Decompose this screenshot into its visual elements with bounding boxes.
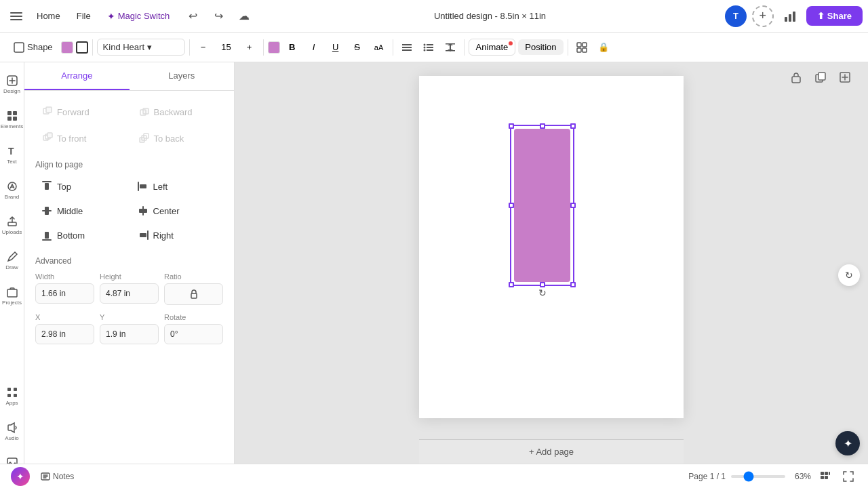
grid-overlay-btn[interactable] (572, 38, 591, 57)
text-color-btn[interactable] (268, 41, 280, 54)
duplicate-icon[interactable] (811, 68, 830, 87)
stroke-color-btn[interactable] (76, 41, 88, 54)
sidebar-elements-label: Elements (1, 123, 23, 129)
svg-rect-57 (42, 239, 52, 241)
align-middle-btn[interactable]: Middle (35, 201, 127, 221)
sidebar-item-brand[interactable]: Brand (1, 174, 23, 206)
magic-btn[interactable]: ✦ (11, 467, 30, 486)
align-bottom-btn[interactable]: Bottom (35, 225, 127, 245)
fullscreen-btn[interactable] (840, 468, 857, 485)
align-center-btn[interactable]: Center (132, 201, 224, 221)
redo-btn[interactable]: ↪ (208, 5, 229, 27)
avatar[interactable]: T (725, 5, 747, 27)
sidebar-item-uploads[interactable]: Uploads (1, 209, 23, 241)
italic-btn[interactable]: I (304, 38, 323, 57)
topbar-right: T + ⬆ Share (725, 5, 863, 27)
lock-canvas-icon[interactable] (787, 68, 806, 87)
sidebar-item-design[interactable]: Design (1, 68, 23, 100)
svg-rect-62 (792, 77, 800, 83)
align-middle-icon (41, 205, 53, 217)
share-btn[interactable]: ⬆ Share (806, 6, 863, 26)
rotate-input[interactable] (164, 324, 223, 344)
align-right-btn[interactable]: Right (132, 225, 224, 245)
tab-layers[interactable]: Layers (130, 62, 235, 90)
ratio-label: Ratio (164, 272, 223, 281)
handle-top-left[interactable] (509, 123, 514, 129)
home-menu[interactable]: Home (30, 8, 67, 24)
width-input[interactable] (35, 283, 94, 304)
shape-type-btn[interactable]: Shape (8, 39, 58, 56)
align-top-btn[interactable]: Top (35, 176, 127, 197)
hamburger-icon[interactable] (5, 5, 27, 27)
handle-top-center[interactable] (540, 123, 545, 129)
notes-btn[interactable]: Notes (35, 469, 79, 484)
fill-color-btn[interactable] (61, 41, 73, 54)
cloud-save-btn[interactable]: ☁ (233, 5, 255, 27)
animate-btn[interactable]: Animate (469, 39, 516, 56)
tab-arrange[interactable]: Arrange (24, 62, 130, 90)
handle-middle-right[interactable] (570, 203, 576, 208)
strikethrough-btn[interactable]: S (348, 38, 367, 57)
sidebar-apps-label: Apps (5, 400, 18, 406)
handle-bottom-center[interactable] (540, 282, 545, 287)
forward-btn[interactable]: Forward (35, 102, 127, 123)
magic-switch-btn[interactable]: ✦ Magic Switch (100, 8, 177, 24)
lock-btn[interactable]: 🔒 (594, 38, 613, 57)
zoom-slider[interactable] (731, 475, 785, 478)
ai-btn[interactable]: ✦ (835, 431, 860, 455)
to-front-btn[interactable]: To front (35, 128, 127, 149)
handle-top-right[interactable] (570, 123, 576, 129)
sidebar-item-draw[interactable]: Draw (1, 244, 23, 277)
align-middle-label: Middle (57, 206, 83, 216)
add-page-btn[interactable]: + Add page (419, 439, 684, 464)
chart-btn[interactable] (779, 5, 801, 27)
canvas-page[interactable]: ↻ (419, 76, 684, 418)
advanced-section: Advanced Width Height Ratio (35, 256, 223, 344)
font-size-input[interactable] (214, 42, 239, 52)
grid-view-btn[interactable] (816, 468, 834, 485)
forward-label: Forward (57, 107, 90, 117)
sidebar-item-elements[interactable]: Elements (1, 103, 23, 136)
order-row-1: Forward Backward (35, 102, 223, 123)
font-size-decrease-btn[interactable]: − (194, 38, 213, 57)
underline-btn[interactable]: U (326, 38, 345, 57)
svg-rect-52 (140, 184, 146, 188)
shape-container[interactable]: ↻ (514, 129, 570, 282)
svg-rect-71 (821, 476, 824, 479)
bold-btn[interactable]: B (283, 38, 302, 57)
svg-rect-50 (45, 183, 49, 190)
x-input[interactable] (35, 324, 94, 344)
handle-bottom-left[interactable] (509, 282, 514, 287)
ratio-lock-btn[interactable] (164, 283, 223, 305)
sidebar-item-audio[interactable]: Audio (1, 415, 23, 447)
svg-rect-58 (45, 232, 49, 239)
sidebar-brand-label: Brand (5, 194, 19, 200)
align-left-btn[interactable]: Left (132, 176, 224, 197)
add-page-icon[interactable] (835, 68, 854, 87)
order-row-2: To front To back (35, 128, 223, 149)
sidebar-item-projects[interactable]: Projects (1, 279, 23, 312)
font-size-increase-btn[interactable]: + (240, 38, 259, 57)
y-input[interactable] (100, 324, 159, 344)
sidebar-item-text[interactable]: T Text (1, 138, 23, 171)
main-layout: Design Elements T Text Brand Uploads Dra… (0, 62, 868, 488)
animate-dot (509, 41, 513, 45)
case-btn[interactable]: aA (370, 38, 389, 57)
undo-btn[interactable]: ↩ (182, 5, 203, 27)
position-btn[interactable]: Position (518, 39, 563, 55)
height-input[interactable] (100, 283, 159, 304)
font-family-select[interactable]: Kind Heart ▾ (97, 39, 185, 56)
sidebar-item-apps[interactable]: Apps (1, 380, 23, 412)
spacing-btn[interactable] (441, 38, 460, 57)
rotate-handle[interactable]: ↻ (538, 287, 547, 298)
backward-btn[interactable]: Backward (132, 102, 224, 123)
to-back-btn[interactable]: To back (132, 128, 224, 149)
bullet-list-btn[interactable] (419, 38, 438, 57)
svg-rect-70 (829, 472, 830, 475)
handle-middle-left[interactable] (509, 203, 514, 208)
list-btn[interactable] (397, 38, 416, 57)
refresh-float-btn[interactable]: ↻ (838, 264, 860, 286)
add-collaborator-btn[interactable]: + (752, 5, 774, 27)
handle-bottom-right[interactable] (570, 282, 576, 287)
file-menu[interactable]: File (70, 8, 98, 24)
